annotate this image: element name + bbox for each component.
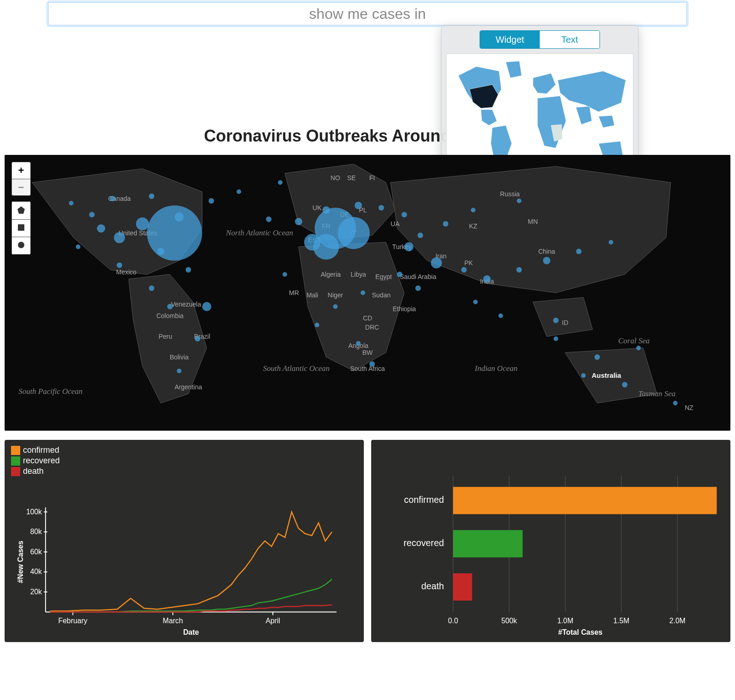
svg-text:80k: 80k [30,528,42,535]
label-niger: Niger [328,291,343,299]
label-russia: Russia [500,190,520,198]
label-nz: NZ [685,404,694,411]
label-argentina: Argentina [175,383,202,391]
svg-point-28 [322,206,330,214]
svg-text:60k: 60k [30,548,42,556]
label-cd: CD [363,314,372,322]
legend-confirmed-icon [11,446,20,455]
svg-point-41 [397,272,402,277]
label-kz: KZ [469,222,477,230]
label-north-atlantic: North Atlantic Ocean [226,228,293,237]
legend-recovered-icon [11,456,20,466]
svg-point-19 [89,212,95,217]
map-controls: + − [11,162,31,255]
label-china: China [538,248,555,255]
svg-point-22 [149,285,154,291]
svg-text:Coral Sea: Coral Sea [618,336,650,345]
zoom-out-button[interactable]: − [12,179,30,195]
svg-point-62 [149,193,154,199]
zoom-in-button[interactable]: + [12,162,30,179]
svg-point-37 [543,257,550,264]
svg-point-11 [304,234,321,250]
svg-rect-98 [453,487,717,514]
svg-point-52 [498,313,503,318]
svg-point-48 [594,354,600,360]
svg-text:2.0M: 2.0M [669,617,685,625]
outbreak-map[interactable]: Canada United States Mexico Venezuela Co… [5,155,730,431]
svg-text:1.5M: 1.5M [613,617,629,625]
label-south-pacific: South Pacific Ocean [18,387,83,396]
label-indian: Indian Ocean [474,364,517,373]
svg-text:North Atlantic Ocean: North Atlantic Ocean [226,228,293,237]
svg-point-63 [110,196,115,201]
svg-text:20k: 20k [30,588,42,596]
bar-cat-confirmed: confirmed [404,495,444,505]
svg-text:Indian Ocean: Indian Ocean [474,364,517,373]
legend-death: death [23,467,44,476]
svg-point-44 [315,323,319,327]
label-bw: BW [362,349,373,356]
svg-point-25 [195,336,200,341]
label-id: ID [562,319,568,326]
svg-point-29 [355,202,362,209]
label-fi: FI [369,174,375,182]
label-coral: Coral Sea [618,336,650,345]
svg-point-15 [157,248,164,255]
svg-point-39 [609,240,613,245]
svg-point-53 [473,300,478,304]
toggle-widget[interactable]: Widget [480,31,540,48]
label-colombia: Colombia [156,312,183,319]
svg-text:February: February [58,617,87,625]
svg-point-45 [356,341,361,346]
svg-point-38 [576,249,582,254]
svg-point-55 [266,216,271,222]
svg-point-17 [175,212,184,222]
svg-point-20 [76,245,80,249]
label-se: SE [347,174,356,182]
search-input[interactable] [48,2,687,25]
svg-point-58 [471,208,475,212]
svg-point-40 [415,285,421,291]
label-australia: Australia [592,371,622,379]
svg-rect-68 [18,224,24,231]
svg-point-34 [461,267,467,273]
svg-point-9 [338,217,370,249]
label-ua: UA [390,220,400,228]
label-sudan: Sudan [372,291,390,299]
svg-point-16 [186,267,191,273]
label-no: NO [331,174,340,182]
shape-rect-button[interactable] [12,219,30,237]
svg-point-59 [517,199,521,203]
svg-point-56 [418,233,423,238]
shape-circle-button[interactable] [12,237,30,254]
svg-point-35 [483,275,491,283]
svg-point-43 [333,304,338,309]
label-south-africa: South Africa [350,365,385,372]
svg-text:South Atlantic Ocean: South Atlantic Ocean [263,364,329,373]
label-ethiopia: Ethiopia [393,305,416,313]
circle-icon [17,241,25,250]
line-xlabel: Date [183,628,199,636]
label-venezuela: Venezuela [171,301,201,308]
svg-text:500k: 500k [501,617,517,625]
svg-rect-99 [453,530,522,557]
toggle-text[interactable]: Text [540,31,599,48]
svg-text:100k: 100k [26,508,42,516]
shape-polygon-button[interactable] [12,202,30,219]
square-icon [17,223,25,233]
polygon-icon [17,205,26,216]
legend-confirmed: confirmed [23,445,59,455]
bar-cat-death: death [421,581,444,591]
svg-point-36 [516,267,522,273]
label-saudi: Saudi Arabia [400,273,436,280]
label-bolivia: Bolivia [170,353,188,361]
line-legend: confirmed recovered death [11,445,60,477]
line-ylabel: #New Cases [17,541,24,583]
svg-point-18 [209,198,214,204]
bar-cat-recovered: recovered [403,538,444,548]
label-uk: UK [312,204,322,211]
svg-point-57 [443,221,448,227]
svg-point-7 [147,205,202,261]
legend-death-icon [11,467,20,476]
label-mn: MN [528,218,538,225]
